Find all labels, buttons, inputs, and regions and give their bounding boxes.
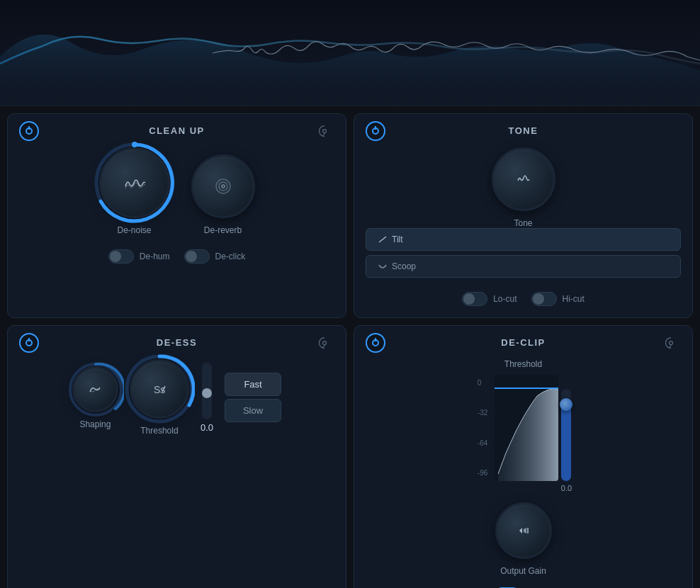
waveform-display <box>0 0 700 106</box>
deess-power-button[interactable] <box>19 333 39 353</box>
deess-controls-row: Shaping Ss Threshold <box>19 359 334 436</box>
declip-waveform-display <box>495 375 558 481</box>
tone-knob-container: Tone <box>366 147 681 228</box>
dereverb-knob[interactable] <box>191 154 255 218</box>
svg-point-8 <box>70 364 121 415</box>
tone-power-button[interactable] <box>366 121 385 141</box>
declip-panel: DE-CLIP Threshold 0 <box>354 325 693 588</box>
svg-point-4 <box>219 182 227 191</box>
fast-button[interactable]: Fast <box>225 373 281 396</box>
scoop-button[interactable]: Scoop <box>366 255 681 278</box>
tilt-icon <box>378 235 388 244</box>
deess-threshold-label: Threshold <box>140 426 178 436</box>
declip-slider-value: 0.0 <box>561 484 572 492</box>
declip-power-button[interactable] <box>366 333 385 353</box>
db-label-32: -32 <box>478 409 487 417</box>
svg-point-0 <box>323 129 327 132</box>
deess-panel: DE-ESS <box>7 325 346 588</box>
shaping-arc <box>67 361 124 418</box>
deess-title: DE-ESS <box>157 337 197 348</box>
cleanup-ear-button[interactable] <box>315 121 334 141</box>
denoise-knob-container: De-noise <box>99 147 170 235</box>
declick-toggle[interactable] <box>184 249 210 264</box>
tone-controls: Tone Tilt Scoop <box>366 147 681 278</box>
dereverb-icon <box>213 176 233 196</box>
tone-buttons: Tilt Scoop <box>366 228 681 278</box>
hicut-toggle[interactable] <box>531 292 557 306</box>
hicut-label: Hi-cut <box>563 294 585 304</box>
shaping-label: Shaping <box>79 419 111 429</box>
tone-icon <box>515 171 532 188</box>
declip-threshold-slider[interactable] <box>561 389 571 481</box>
deess-slider-container: 0.0 <box>201 363 213 433</box>
declip-waveform: 0 -32 -64 -96 <box>475 375 558 502</box>
svg-line-6 <box>379 237 386 242</box>
svg-point-2 <box>132 142 137 147</box>
locut-toggle-row: Lo-cut <box>462 292 516 306</box>
db-label-96: -96 <box>478 469 487 477</box>
denoise-label: De-noise <box>117 225 151 235</box>
dehum-toggle-row: De-hum <box>108 249 170 264</box>
declick-label: De-click <box>215 251 246 261</box>
deess-threshold-value: 0.0 <box>201 422 213 433</box>
shaping-knob-container: Shaping <box>72 366 118 429</box>
declick-toggle-row: De-click <box>184 249 246 264</box>
output-gain-knob-container: Output Gain <box>495 502 552 576</box>
tone-toggles: Lo-cut Hi-cut <box>366 289 681 306</box>
dereverb-label: De-reverb <box>204 225 242 235</box>
scoop-label: Scoop <box>392 261 416 271</box>
db-label-64: -64 <box>478 439 487 447</box>
deess-vertical-slider[interactable] <box>202 363 212 419</box>
slow-button[interactable]: Slow <box>225 399 281 422</box>
declip-waveform-svg <box>495 375 558 481</box>
svg-point-5 <box>222 185 225 188</box>
declip-threshold-label: Threshold <box>504 359 542 369</box>
cleanup-title: CLEAN UP <box>149 125 204 136</box>
deess-threshold-knob-container: Ss Threshold <box>130 359 189 436</box>
output-gain-knob[interactable] <box>495 502 552 559</box>
dehum-label: De-hum <box>140 251 170 261</box>
declip-title: DE-CLIP <box>501 337 546 348</box>
declip-threshold-section: Threshold 0 -32 -64 -96 <box>366 359 681 502</box>
dereverb-knob-container: De-reverb <box>191 147 255 235</box>
tone-title: TONE <box>509 125 538 136</box>
locut-toggle[interactable] <box>462 292 487 306</box>
tilt-button[interactable]: Tilt <box>366 228 681 251</box>
output-gain-label: Output Gain <box>500 566 546 576</box>
tone-knob[interactable] <box>492 147 555 211</box>
cleanup-panel: CLEAN UP <box>7 113 346 318</box>
svg-point-7 <box>323 341 327 344</box>
svg-point-3 <box>216 179 230 193</box>
output-gain-icon <box>515 522 532 539</box>
declip-slider-container: 0.0 <box>561 389 572 502</box>
fast-slow-buttons: Fast Slow <box>225 373 281 422</box>
declip-content: Threshold 0 -32 -64 -96 <box>366 359 681 588</box>
db-label-0: 0 <box>478 379 487 387</box>
tilt-label: Tilt <box>392 234 403 244</box>
tone-panel: TONE Tone Tilt <box>354 113 693 318</box>
cleanup-power-button[interactable] <box>19 121 39 141</box>
threshold-arc <box>124 354 195 424</box>
scoop-icon <box>378 262 388 271</box>
dehum-toggle[interactable] <box>108 249 134 264</box>
hicut-toggle-row: Hi-cut <box>531 292 585 306</box>
deess-ear-button[interactable] <box>315 333 334 353</box>
output-gain-section: Output Gain Limiter <box>366 502 681 588</box>
locut-label: Lo-cut <box>493 294 516 304</box>
declip-ear-button[interactable] <box>661 333 681 353</box>
tone-label: Tone <box>514 218 532 228</box>
svg-point-11 <box>670 341 673 344</box>
